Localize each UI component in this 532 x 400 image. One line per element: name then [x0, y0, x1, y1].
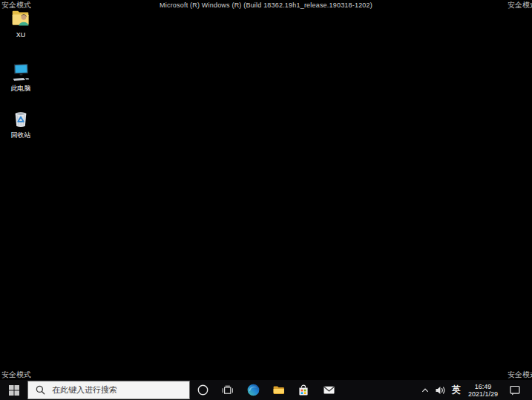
file-explorer-button[interactable]	[266, 380, 291, 400]
microsoft-store-icon	[298, 384, 309, 396]
system-tray: 英 16:49 2021/1/29	[418, 380, 532, 400]
action-center-button[interactable]	[502, 380, 528, 400]
this-pc-icon	[10, 61, 32, 83]
desktop-icon-this-pc[interactable]: 此电脑	[1, 61, 41, 92]
clock-time: 16:49	[475, 383, 492, 390]
notification-icon	[509, 384, 521, 396]
desktop-icon-user-folder[interactable]: XU	[1, 7, 41, 39]
search-input[interactable]: 在此键入进行搜索	[27, 381, 190, 399]
mail-button[interactable]	[316, 380, 341, 400]
windows-logo-icon	[9, 385, 19, 396]
user-folder-icon	[10, 7, 32, 30]
search-icon	[36, 385, 45, 395]
task-view-icon	[222, 384, 234, 396]
cortana-circle-icon	[197, 384, 208, 396]
desktop-icon-recycle-bin[interactable]: 回收站	[1, 108, 41, 139]
hidden-icons-button[interactable]	[418, 380, 433, 400]
desktop-icon-label: XU	[16, 31, 26, 39]
windows-build-banner: Microsoft (R) Windows (R) (Build 18362.1…	[0, 1, 532, 9]
edge-browser-icon	[247, 384, 260, 396]
ime-indicator[interactable]: 英	[449, 380, 464, 400]
desktop-icon-label: 回收站	[11, 131, 31, 139]
cortana-button[interactable]	[190, 380, 215, 400]
chevron-up-icon	[421, 386, 430, 395]
safe-mode-label-bottom-left: 安全模式	[1, 370, 31, 378]
clock-date: 2021/1/29	[468, 390, 498, 398]
screen: { "system": { "safe_mode_label": "安全模式",…	[0, 0, 532, 400]
taskbar: 在此键入进行搜索	[0, 380, 532, 400]
recycle-bin-icon	[10, 108, 32, 130]
volume-button[interactable]	[433, 380, 449, 400]
task-view-button[interactable]	[215, 380, 240, 400]
start-button[interactable]	[0, 380, 27, 400]
mail-envelope-icon	[323, 384, 335, 396]
search-placeholder: 在此键入进行搜索	[52, 384, 117, 396]
store-button[interactable]	[291, 380, 316, 400]
folder-icon	[272, 384, 285, 396]
edge-button[interactable]	[240, 380, 266, 400]
safe-mode-label-bottom-right: 安全模式	[508, 370, 532, 378]
speaker-icon	[435, 385, 447, 396]
desktop-icon-label: 此电脑	[11, 85, 31, 92]
clock[interactable]: 16:49 2021/1/29	[464, 380, 502, 400]
